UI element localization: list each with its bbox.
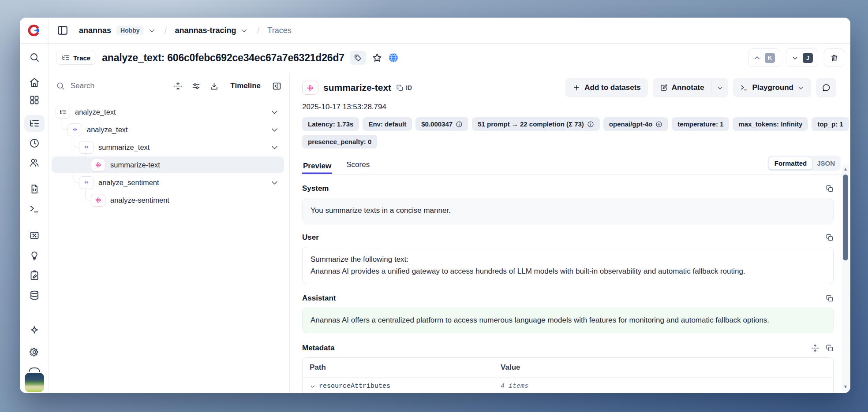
generation-flower-icon bbox=[307, 84, 314, 92]
breadcrumb-traces-link[interactable]: Traces bbox=[267, 26, 291, 35]
plus-circle-icon[interactable] bbox=[655, 121, 662, 128]
previous-trace-button[interactable]: K bbox=[748, 48, 780, 67]
sidebar-item-suggestions-icon[interactable] bbox=[29, 250, 40, 261]
sidebar-item-playground-icon[interactable] bbox=[29, 204, 40, 214]
logo-icon bbox=[28, 24, 41, 37]
tree-node-summarize_text[interactable]: summarize_text bbox=[49, 138, 289, 156]
plan-badge: Hobby bbox=[116, 26, 144, 35]
format-toggle: FormattedJSON bbox=[767, 156, 841, 171]
section-content: Anannas AI offers a centralized platform… bbox=[302, 308, 834, 333]
observation-header: summarize-text ID Add to datasets bbox=[302, 78, 850, 97]
tag-button[interactable] bbox=[350, 51, 366, 65]
format-option-json[interactable]: JSON bbox=[812, 157, 839, 169]
tree-node-analyze-sentiment[interactable]: analyze-sentiment bbox=[49, 191, 289, 209]
filter-settings-icon[interactable] bbox=[191, 82, 201, 91]
scrollbar-thumb[interactable] bbox=[843, 174, 848, 260]
tree-node-label: analyze_sentiment bbox=[98, 178, 159, 187]
metric-badge: 51 prompt → 22 completion (Σ 73) bbox=[472, 117, 600, 131]
sidebar-item-settings-icon[interactable] bbox=[29, 347, 40, 357]
copy-icon[interactable] bbox=[826, 185, 834, 193]
icon-sidebar bbox=[20, 44, 49, 393]
chevron-down-icon bbox=[717, 85, 723, 91]
section-content: You summarize texts in a concise manner. bbox=[302, 198, 834, 223]
sidebar-item-prompts-icon[interactable] bbox=[29, 184, 40, 194]
search-input[interactable] bbox=[70, 81, 124, 91]
sidebar-item-dashboards-icon[interactable] bbox=[29, 95, 40, 105]
comments-button[interactable] bbox=[816, 78, 836, 97]
metadata-section: Metadata PathValueresourceAttributes4 it… bbox=[302, 344, 850, 393]
annotate-dropdown-button[interactable] bbox=[711, 78, 728, 97]
app-logo[interactable] bbox=[20, 18, 49, 43]
tree-node-analyze_sentiment[interactable]: analyze_sentiment bbox=[49, 174, 289, 191]
sidebar-item-upgrade-icon[interactable] bbox=[29, 325, 40, 336]
download-icon[interactable] bbox=[210, 82, 219, 91]
section-assistant: AssistantAnannas AI offers a centralized… bbox=[302, 294, 834, 333]
metadata-table: PathValueresourceAttributes4 itemsteleme… bbox=[302, 357, 834, 393]
sidebar-item-users-icon[interactable] bbox=[29, 157, 40, 168]
sidebar-item-search-icon[interactable] bbox=[29, 52, 40, 63]
detail-tabs: PreviewScores FormattedJSON bbox=[302, 156, 850, 174]
copy-id-button[interactable]: ID bbox=[396, 84, 412, 92]
metric-badges-row-2: presence_penalty: 0 bbox=[302, 135, 850, 148]
trace-icon bbox=[56, 106, 70, 119]
tree-node-label: analyze_text bbox=[87, 126, 128, 134]
format-option-formatted[interactable]: Formatted bbox=[769, 157, 812, 170]
tab-preview[interactable]: Preview bbox=[302, 160, 332, 174]
metadata-column-header: Path bbox=[303, 358, 494, 377]
tree-node-analyze_text[interactable]: analyze_text bbox=[49, 103, 289, 121]
timeline-toggle[interactable]: Timeline bbox=[230, 82, 261, 90]
sidebar-item-evaluators-icon[interactable] bbox=[29, 230, 40, 241]
delete-trace-button[interactable] bbox=[824, 48, 844, 67]
sidebar-toggle-icon[interactable] bbox=[57, 25, 68, 36]
metadata-path[interactable]: resourceAttributes bbox=[303, 378, 494, 393]
collapse-all-icon[interactable] bbox=[173, 82, 183, 91]
sidebar-item-sessions-icon[interactable] bbox=[29, 138, 40, 148]
metric-badge: $0.000347 bbox=[415, 117, 468, 131]
star-bookmark-button[interactable] bbox=[372, 52, 382, 63]
caret-down-icon[interactable] bbox=[310, 383, 316, 390]
org-name[interactable]: anannas bbox=[79, 26, 111, 35]
info-icon[interactable] bbox=[456, 121, 463, 128]
metric-badge: presence_penalty: 0 bbox=[302, 135, 377, 148]
chevron-down-icon[interactable] bbox=[270, 178, 279, 187]
sidebar-item-tracing-icon[interactable] bbox=[29, 118, 40, 129]
chevron-down-icon[interactable] bbox=[270, 143, 279, 152]
sidebar-item-datasets-icon[interactable] bbox=[29, 290, 40, 301]
annotate-split-button: Annotate bbox=[653, 78, 729, 97]
trash-icon bbox=[830, 54, 838, 62]
copy-icon[interactable] bbox=[826, 344, 834, 352]
scroll-up-arrow[interactable]: ▲ bbox=[842, 165, 849, 173]
playground-button[interactable]: Playground bbox=[733, 78, 811, 97]
tree-node-label: summarize-text bbox=[110, 161, 160, 169]
expand-rows-icon[interactable] bbox=[811, 344, 819, 352]
scroll-down-arrow[interactable]: ▼ bbox=[842, 382, 849, 390]
copy-icon[interactable] bbox=[826, 294, 834, 302]
copy-icon[interactable] bbox=[826, 234, 834, 241]
chevron-down-icon[interactable] bbox=[270, 126, 279, 134]
tree-node-analyze_text[interactable]: analyze_text bbox=[49, 121, 289, 138]
tab-scores[interactable]: Scores bbox=[345, 159, 370, 174]
sidebar-item-annotation-queues-icon[interactable] bbox=[29, 270, 40, 281]
user-avatar[interactable] bbox=[25, 373, 44, 392]
next-trace-button[interactable]: J bbox=[786, 48, 818, 67]
public-globe-button[interactable] bbox=[388, 52, 399, 63]
trace-tree: analyze_textanalyze_textsummarize_textsu… bbox=[49, 100, 289, 393]
trace-header: Trace analyze_text: 606c0febc692ce34ec67… bbox=[49, 44, 850, 72]
chevron-down-icon[interactable] bbox=[148, 27, 156, 34]
trace-type-badge[interactable]: Trace bbox=[56, 51, 96, 65]
add-to-datasets-button[interactable]: Add to datasets bbox=[565, 78, 648, 97]
badge-label: top_p: 1 bbox=[817, 120, 843, 128]
project-name[interactable]: anannas-tracing bbox=[175, 26, 236, 35]
chevron-down-icon[interactable] bbox=[270, 108, 279, 116]
tree-node-summarize-text[interactable]: summarize-text bbox=[49, 156, 289, 174]
span-icon bbox=[67, 123, 82, 136]
metadata-row: resourceAttributes4 items bbox=[303, 377, 833, 393]
annotate-button[interactable]: Annotate bbox=[653, 78, 711, 97]
info-icon[interactable] bbox=[587, 121, 594, 128]
collapse-panel-icon[interactable] bbox=[272, 82, 281, 91]
chevron-down-icon[interactable] bbox=[240, 27, 248, 34]
desktop-background: anannas Hobby / anannas-tracing / Traces bbox=[0, 0, 868, 412]
detail-scrollbar[interactable]: ▲ ▼ bbox=[842, 164, 849, 391]
sidebar-item-home-icon[interactable] bbox=[29, 77, 40, 88]
annotate-pen-icon bbox=[660, 84, 668, 92]
